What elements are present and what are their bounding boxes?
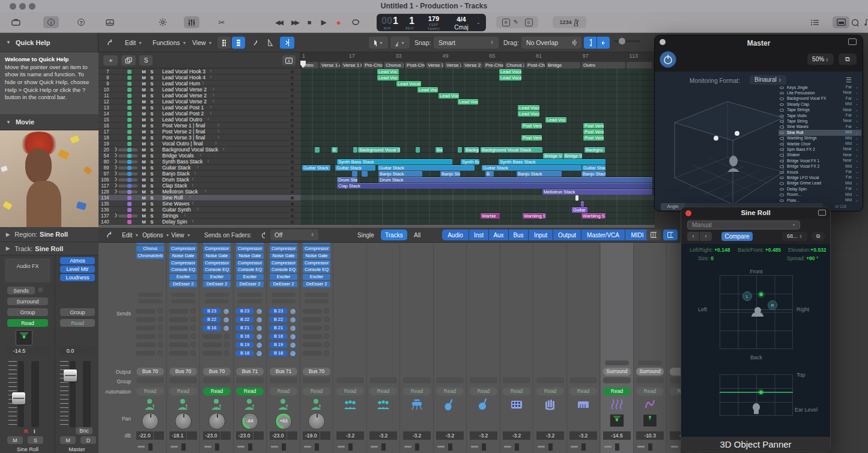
mixer-filter-Bus[interactable]: Bus: [509, 230, 528, 240]
solo-button[interactable]: S: [150, 117, 153, 123]
arrange-area[interactable]: Lead VocLead VocaLead VocLead VocaLead V…: [300, 68, 655, 225]
channel-strip-7[interactable]: Read-3.2: [367, 243, 400, 453]
record-enable-dot[interactable]: [291, 190, 294, 193]
record-enable-dot[interactable]: [291, 202, 294, 205]
region-clip[interactable]: [416, 147, 420, 153]
track-updown-icon[interactable]: ↕: [210, 74, 212, 79]
mixer-filter-Output[interactable]: Output: [553, 230, 581, 240]
record-enable-dot[interactable]: [291, 88, 294, 91]
region-Post Vers[interactable]: Post Vers: [583, 135, 604, 141]
solo-button[interactable]: S: [150, 213, 153, 219]
record-enable-dot[interactable]: [291, 214, 294, 217]
object-row-Tape Strings[interactable]: Tape StringsNear⌄: [778, 108, 861, 113]
master-read[interactable]: Read: [60, 319, 95, 327]
region-Bridge V[interactable]: Bridge V: [563, 153, 582, 159]
track-updown-icon[interactable]: ↕: [210, 111, 212, 115]
mute-button[interactable]: M: [142, 177, 145, 183]
master-plugin-Atmos[interactable]: Atmos: [60, 257, 95, 264]
region-Post Vers[interactable]: Post Vers: [583, 123, 604, 129]
record-enable-dot[interactable]: [291, 118, 294, 121]
db-value[interactable]: -3.2: [503, 431, 530, 440]
metronome-icon[interactable]: [572, 19, 580, 26]
db-value[interactable]: -3.2: [403, 431, 431, 440]
chevron-icon[interactable]: ⌄: [855, 130, 858, 134]
track-row-18[interactable]: 18MSPost Verse 3 | final↕: [99, 135, 300, 141]
record-enable-dot[interactable]: [291, 82, 294, 85]
send-slot[interactable]: B 22: [269, 317, 288, 323]
pan-knob[interactable]: [208, 413, 225, 430]
mute-button[interactable]: M: [142, 147, 145, 153]
region-Lead Voc[interactable]: Lead Voc: [439, 93, 459, 99]
region-Background Vocal S[interactable]: Background Vocal S: [358, 147, 400, 153]
region-Lead Vocal[interactable]: Lead Vocal: [518, 111, 539, 117]
record-enable-dot[interactable]: [291, 154, 294, 157]
mute-button[interactable]: M: [142, 219, 145, 225]
wide-view-icon[interactable]: [663, 230, 678, 240]
chevron-icon[interactable]: ⌄: [855, 136, 858, 140]
solo-button[interactable]: S: [150, 153, 153, 159]
group-slot[interactable]: [436, 377, 464, 383]
master-volume-value[interactable]: 0.0: [59, 347, 82, 355]
region-Guitar Stac[interactable]: Guitar Stac: [582, 165, 605, 171]
solo-button[interactable]: S: [150, 171, 153, 177]
track-row-97[interactable]: 97❯MSBanjo Stack↕: [99, 171, 300, 177]
region-Lead Voca[interactable]: Lead Voca: [499, 69, 521, 74]
pencil-icon[interactable]: ✎: [514, 19, 521, 26]
send-slot[interactable]: B 19: [269, 342, 288, 348]
track-row-15[interactable]: 15MSLead Vocal Outro↕: [99, 117, 300, 123]
chevron-icon[interactable]: ⌄: [855, 164, 858, 168]
waveform-zoom-icon[interactable]: [567, 37, 581, 49]
solo-button[interactable]: S: [150, 135, 153, 141]
track-updown-icon[interactable]: ↕: [212, 99, 214, 103]
functions-menu[interactable]: Functions▼: [148, 37, 191, 49]
output-bus[interactable]: Bus 70: [169, 368, 197, 375]
group-slot[interactable]: [636, 377, 664, 383]
region-Drum Sta[interactable]: Drum Sta: [337, 177, 357, 183]
chevron-icon[interactable]: ⌄: [855, 141, 858, 145]
object-row-Keys Jingle[interactable]: Keys JingleFar⌄: [778, 85, 861, 90]
track-row-17[interactable]: 17MSPost Verse 2 | final↕: [99, 129, 300, 135]
mute-button[interactable]: M: [142, 171, 145, 177]
track-header[interactable]: ▶Track:Sine Roll: [0, 242, 99, 255]
plugin-slot[interactable]: Noise Gate: [203, 253, 231, 259]
object-distance[interactable]: Near: [836, 90, 852, 94]
db-value[interactable]: -23.0: [236, 431, 264, 440]
object-distance[interactable]: Near: [836, 108, 852, 112]
pan-knob[interactable]: +63: [275, 413, 292, 430]
track-row-20[interactable]: 20❯MSBackground Vocal Stack↕: [99, 147, 300, 153]
toolbox-icon[interactable]: [8, 16, 23, 28]
track-updown-icon[interactable]: ↕: [197, 207, 199, 211]
automation-read-button[interactable]: Read: [470, 388, 497, 395]
rewind-button[interactable]: ◀◀: [275, 19, 282, 26]
send-slot[interactable]: B 21: [269, 325, 288, 331]
region-Guitar[interactable]: Guitar: [572, 207, 587, 213]
chevron-icon[interactable]: ⌄: [855, 186, 858, 190]
region-Background Vocal Stack[interactable]: Background Vocal Stack: [481, 147, 542, 153]
mixer-filter-Master/VCA[interactable]: Master/VCA: [581, 230, 625, 240]
solo-button[interactable]: S: [150, 183, 153, 189]
track-updown-icon[interactable]: ↕: [217, 129, 220, 133]
send-slot[interactable]: B 21: [235, 325, 254, 331]
automation-read-button[interactable]: Read: [603, 388, 631, 395]
mixer-catch-icon[interactable]: [102, 230, 115, 240]
mute-button[interactable]: M: [142, 111, 145, 117]
bar-ruler[interactable]: 1173349658197113IntroVerse 1 AVerse 1 BP…: [300, 52, 655, 68]
chevron-icon[interactable]: ⌄: [855, 181, 858, 185]
automation-read-button[interactable]: Read: [569, 388, 597, 395]
spread-value[interactable]: +90 °: [806, 255, 818, 261]
size-value[interactable]: 0: [711, 255, 714, 261]
power-icon[interactable]: [257, 230, 269, 240]
track-updown-icon[interactable]: ↕: [197, 165, 199, 169]
mute-button[interactable]: M: [142, 123, 145, 129]
plugin-slot[interactable]: Console EQ: [203, 267, 231, 273]
stop-button[interactable]: ■: [308, 19, 312, 26]
mute-button[interactable]: M: [142, 165, 145, 171]
eye-icon[interactable]: [780, 154, 784, 157]
record-enable-dot[interactable]: [291, 130, 294, 133]
marker-Post-Cho[interactable]: Post-Cho: [405, 62, 425, 68]
track-row-117[interactable]: 117❯MSClap Stack↕: [99, 183, 300, 189]
db-value[interactable]: -3.2: [470, 431, 497, 440]
object-distance[interactable]: Far: [836, 175, 852, 179]
fader-handle[interactable]: [12, 392, 25, 404]
object-distance[interactable]: Far: [836, 113, 852, 117]
